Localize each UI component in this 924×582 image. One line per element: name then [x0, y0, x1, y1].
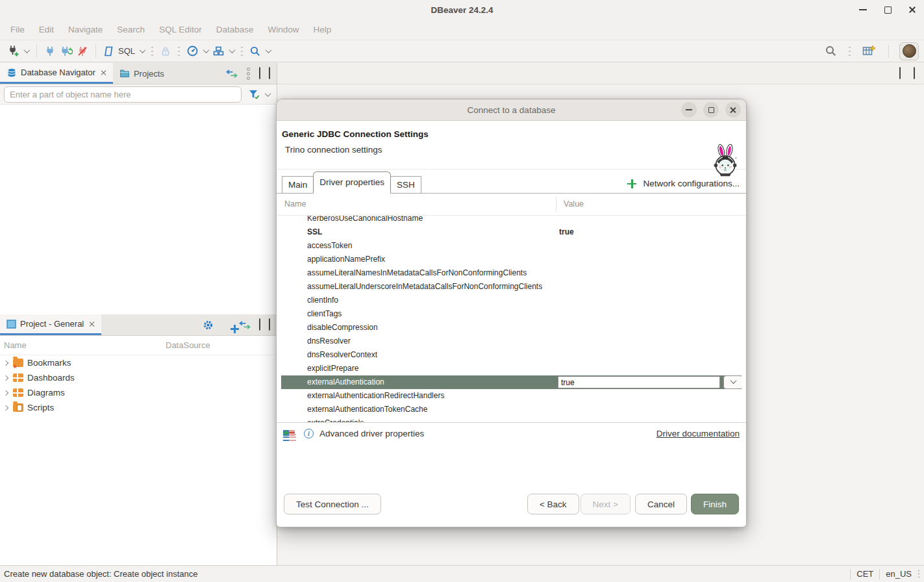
- properties-footer-toolbar: i Advanced driver properties Driver docu…: [277, 422, 746, 444]
- minimize-panel-button[interactable]: [259, 319, 260, 331]
- close-button[interactable]: [907, 5, 918, 15]
- minimize-button[interactable]: [858, 5, 868, 15]
- property-row[interactable]: dnsResolver: [281, 335, 742, 348]
- tree-item-dashboards[interactable]: Dashboards: [0, 370, 277, 385]
- menu-item-navigate[interactable]: Navigate: [62, 22, 109, 37]
- settings-gear-button[interactable]: [203, 320, 214, 331]
- property-value-input[interactable]: [558, 376, 720, 388]
- network-configurations-button[interactable]: Network configurations...: [627, 179, 740, 188]
- menu-item-database[interactable]: Database: [210, 22, 260, 37]
- menu-item-sql-editor[interactable]: SQL Editor: [153, 22, 208, 37]
- minimize-editor-button[interactable]: [899, 68, 901, 79]
- disconnect-button[interactable]: [75, 44, 90, 58]
- property-name: externalAuthentication: [307, 375, 384, 389]
- tab-database-navigator[interactable]: Database Navigator: [0, 63, 113, 84]
- navigator-tree-area[interactable]: [0, 105, 277, 314]
- dialog-close-button[interactable]: [725, 102, 741, 118]
- column-datasource[interactable]: DataSource: [166, 340, 210, 350]
- menu-item-search[interactable]: Search: [110, 22, 151, 37]
- menu-item-edit[interactable]: Edit: [32, 22, 60, 37]
- tree-item-diagrams[interactable]: Diagrams: [0, 385, 277, 400]
- status-message: Create new database object: Create objec…: [4, 569, 844, 579]
- finish-button[interactable]: Finish: [691, 494, 739, 514]
- property-row[interactable]: disableCompression: [281, 321, 742, 335]
- property-row[interactable]: accessToken: [281, 239, 742, 253]
- test-connection-button[interactable]: Test Connection ...: [284, 494, 381, 514]
- maximize-panel-button[interactable]: [269, 68, 270, 79]
- plug-plus-icon: [7, 45, 19, 57]
- property-name: explicitPrepare: [307, 362, 358, 375]
- locale-indicator[interactable]: en_US: [886, 569, 912, 579]
- property-row[interactable]: explicitPrepare: [281, 362, 742, 375]
- property-row[interactable]: clientTags: [281, 307, 742, 321]
- property-row[interactable]: assumeLiteralNamesInMetadataCallsForNonC…: [281, 266, 742, 280]
- reconnect-button[interactable]: [58, 44, 75, 58]
- link-with-editor-button[interactable]: [226, 70, 238, 78]
- close-tab-icon[interactable]: [101, 70, 106, 75]
- user-avatar-button[interactable]: [899, 42, 919, 60]
- tab-projects[interactable]: Projects: [113, 63, 171, 84]
- object-filter-input[interactable]: [4, 86, 242, 103]
- view-menu-button[interactable]: [246, 68, 251, 80]
- chevron-right-icon[interactable]: [3, 390, 8, 395]
- driver-documentation-link[interactable]: Driver documentation: [656, 429, 740, 438]
- global-search-button[interactable]: [823, 44, 839, 58]
- maximize-panel-button[interactable]: [269, 319, 270, 331]
- property-row[interactable]: SSLtrue: [281, 225, 742, 239]
- property-row[interactable]: externalAuthenticationTokenCache: [281, 403, 742, 416]
- property-row[interactable]: extraCredentials: [281, 416, 742, 422]
- tree-item-scripts[interactable]: Scripts: [0, 400, 277, 415]
- dialog-titlebar[interactable]: Connect to a database: [277, 99, 746, 121]
- property-row[interactable]: KerberosUseCanonicalHostname: [281, 216, 742, 225]
- filter-settings-button[interactable]: [245, 88, 273, 101]
- tab-ssh[interactable]: SSH: [390, 176, 421, 194]
- maximize-editor-button[interactable]: [914, 68, 915, 79]
- property-row[interactable]: assumeLiteralUnderscoreInMetadataCallsFo…: [281, 280, 742, 294]
- close-tab-icon[interactable]: [89, 321, 95, 327]
- tab-main[interactable]: Main: [282, 176, 314, 194]
- bricks-icon: [212, 45, 225, 57]
- minimize-panel-button[interactable]: [259, 68, 260, 79]
- chevron-right-icon[interactable]: [3, 405, 8, 410]
- column-value[interactable]: Value: [564, 199, 584, 209]
- cancel-button[interactable]: Cancel: [635, 494, 687, 514]
- menu-item-window[interactable]: Window: [261, 22, 305, 37]
- beaver-avatar-icon: [903, 44, 916, 58]
- plug-refresh-icon: [60, 45, 73, 57]
- chevron-right-icon[interactable]: [3, 375, 8, 380]
- property-row[interactable]: dnsResolverContext: [281, 348, 742, 362]
- link-with-editor-button[interactable]: [239, 321, 251, 329]
- tab-driver-properties[interactable]: Driver properties: [313, 171, 391, 194]
- connect-button[interactable]: [42, 44, 58, 58]
- dialog-minimize-button[interactable]: [681, 102, 697, 118]
- new-connection-button[interactable]: [5, 44, 31, 58]
- chevron-right-icon[interactable]: [3, 360, 8, 365]
- tab-project-general[interactable]: Project - General: [0, 314, 101, 335]
- new-table-button[interactable]: [860, 44, 878, 58]
- menubar: FileEditNavigateSearchSQL EditorDatabase…: [0, 19, 924, 40]
- column-name[interactable]: Name: [0, 340, 166, 350]
- project-column-headers: Name DataSource: [0, 336, 277, 355]
- maximize-button[interactable]: [882, 5, 893, 15]
- next-button[interactable]: Next >: [581, 494, 631, 514]
- dialog-maximize-button[interactable]: [703, 102, 719, 118]
- property-row[interactable]: applicationNamePrefix: [281, 253, 742, 266]
- driver-properties-list: KerberosUseCanonicalHostnameSSLtrueacces…: [277, 216, 746, 422]
- property-row[interactable]: externalAuthentication: [281, 375, 742, 389]
- dashboard-button[interactable]: [184, 44, 210, 58]
- gear-icon: [203, 320, 214, 331]
- menu-item-file[interactable]: File: [4, 22, 31, 37]
- tree-item-label: Bookmarks: [27, 358, 71, 368]
- value-dropdown-button[interactable]: [723, 375, 742, 389]
- menu-item-help[interactable]: Help: [306, 22, 338, 37]
- driver-manager-button[interactable]: [210, 44, 236, 58]
- column-name[interactable]: Name: [284, 199, 306, 209]
- tree-item-bookmarks[interactable]: Bookmarks: [0, 355, 277, 370]
- property-row[interactable]: externalAuthenticationRedirectHandlers: [281, 389, 742, 403]
- sql-editor-button[interactable]: SQL: [101, 44, 147, 58]
- property-row[interactable]: clientInfo: [281, 294, 742, 307]
- back-button[interactable]: < Back: [527, 494, 579, 514]
- search-button[interactable]: [247, 44, 273, 58]
- lock-button[interactable]: [158, 44, 173, 58]
- timezone-indicator[interactable]: CET: [856, 569, 873, 579]
